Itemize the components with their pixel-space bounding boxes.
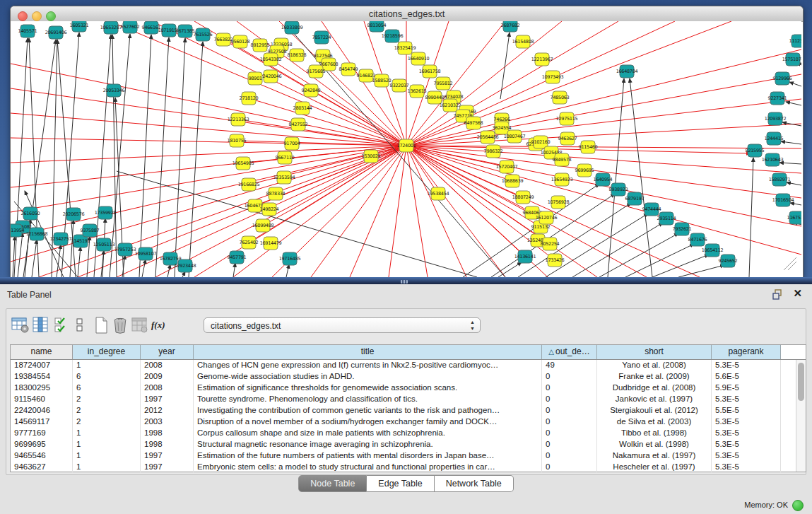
graph-node[interactable]: 1588520 xyxy=(372,74,392,87)
graph-node[interactable]: 8454749 xyxy=(339,63,358,76)
table-row[interactable]: 1938455462009Genome-wide association stu… xyxy=(11,371,806,382)
column-header-pagerank[interactable]: pagerank xyxy=(712,345,781,359)
graph-node[interactable]: 16210643 xyxy=(762,153,784,166)
graph-node[interactable]: 17016504 xyxy=(772,194,794,206)
graph-node[interactable]: 9474444 xyxy=(642,203,661,216)
graph-node[interactable]: 7932621 xyxy=(673,223,692,235)
table-row[interactable]: 2242004622012Investigating the contribut… xyxy=(11,405,806,416)
table-row[interactable]: 977716911998Corpus callosum shape and si… xyxy=(11,428,806,439)
table-row[interactable]: 911546021997Tourette syndrome. Phenomeno… xyxy=(11,394,806,405)
graph-node[interactable]: 1167533 xyxy=(787,211,801,224)
graph-node[interactable]: 12093872 xyxy=(765,112,787,125)
float-panel-icon[interactable] xyxy=(772,289,784,300)
graph-node[interactable]: 1530025 xyxy=(362,150,381,163)
close-panel-icon[interactable]: ✕ xyxy=(793,287,802,300)
graph-node[interactable]: 7663822 xyxy=(214,33,233,46)
new-document-icon[interactable] xyxy=(93,317,109,334)
graph-node[interactable]: 10958107 xyxy=(135,247,157,260)
graph-node[interactable]: 2616050 xyxy=(21,207,40,220)
column-header-in_degree[interactable]: in_degree xyxy=(73,345,141,359)
graph-node[interactable]: 8938923 xyxy=(609,183,628,196)
table-source-combobox[interactable]: citations_edges.txt ▲▼ xyxy=(204,317,481,333)
graph-node[interactable]: 8186328 xyxy=(288,49,307,62)
column-header-title[interactable]: title xyxy=(194,345,542,359)
graph-node[interactable]: 1527602 xyxy=(121,21,140,33)
column-header-year[interactable]: year xyxy=(141,345,194,359)
vertical-scrollbar[interactable] xyxy=(796,360,806,472)
graph-node[interactable]: 8813054 xyxy=(367,21,387,32)
function-icon[interactable]: f(x) xyxy=(151,317,172,337)
tab-node-table[interactable]: Node Table xyxy=(298,475,367,492)
graph-node[interactable]: 2935114 xyxy=(657,212,676,225)
graph-node[interactable]: 10688639 xyxy=(502,175,524,187)
table-row[interactable]: 946554611997Estimation of the future num… xyxy=(11,450,806,462)
graph-node[interactable]: 6879197 xyxy=(625,192,645,205)
graph-node[interactable]: 8878334 xyxy=(266,187,286,200)
graph-node[interactable]: 917004 xyxy=(283,137,300,150)
graph-node[interactable]: 10653287 xyxy=(100,21,122,34)
table-row[interactable]: 1830029562008Estimation of significance … xyxy=(11,382,806,394)
table-row[interactable]: 946362711997Embryonic stem cells: a mode… xyxy=(11,462,806,473)
graph-node[interactable]: 16961758 xyxy=(419,65,441,78)
graph-node[interactable]: 7485063 xyxy=(551,91,570,104)
graph-node[interactable]: 98901 xyxy=(248,72,262,85)
graph-node[interactable]: 8471676 xyxy=(688,233,707,246)
graph-node[interactable]: 1498224 xyxy=(260,203,279,216)
graph-node[interactable]: 9227341 xyxy=(768,92,787,105)
graph-node[interactable]: 9129966 xyxy=(773,72,792,85)
graph-node[interactable]: 1362615 xyxy=(408,85,427,98)
divider-grip-icon[interactable] xyxy=(401,280,408,284)
graph-node[interactable]: 9375887 xyxy=(81,224,100,237)
graph-node[interactable]: 12353594 xyxy=(273,171,295,184)
graph-node[interactable]: 22420046 xyxy=(260,70,282,83)
graph-node[interactable]: 16648784 xyxy=(616,65,638,78)
graph-node[interactable]: 1640954 xyxy=(594,173,613,186)
graph-node[interactable]: 8052254 xyxy=(541,238,560,250)
graph-node[interactable]: 1244415 xyxy=(765,132,784,145)
graph-node[interactable]: 12975115 xyxy=(556,112,578,125)
graph-node[interactable]: 13654923 xyxy=(551,173,573,186)
memory-status-icon[interactable] xyxy=(792,500,804,511)
list-icon[interactable] xyxy=(75,317,85,334)
table-row[interactable]: 1456911722003Disruption of a novel membe… xyxy=(11,416,806,428)
tab-edge-table[interactable]: Edge Table xyxy=(367,475,434,492)
graph-node[interactable]: 6497568 xyxy=(464,117,483,129)
graph-node[interactable]: 9671385 xyxy=(176,25,195,37)
graph-node[interactable]: 1810755 xyxy=(228,134,247,147)
graph-node[interactable]: 8667110 xyxy=(276,151,295,164)
window-titlebar[interactable]: citations_edges.txt xyxy=(11,6,803,22)
column-select-icon[interactable] xyxy=(32,317,50,334)
graph-node[interactable]: 1605321 xyxy=(70,21,89,32)
column-header-short[interactable]: short xyxy=(597,345,712,359)
graph-node[interactable]: 9245652 xyxy=(719,255,738,267)
graph-node[interactable]: 1733426 xyxy=(546,254,565,267)
graph-node[interactable]: 9699695 xyxy=(575,164,594,177)
table-settings-icon[interactable] xyxy=(11,317,30,334)
graph-node[interactable]: 7955812 xyxy=(434,77,453,90)
graph-node[interactable]: 12342757 xyxy=(50,233,72,245)
graph-node[interactable]: 19716485 xyxy=(279,252,301,265)
graph-node[interactable]: 10654112 xyxy=(702,244,724,257)
trash-icon[interactable] xyxy=(112,317,128,334)
graph-node[interactable]: 9175685 xyxy=(307,65,326,78)
combo-stepper-icon[interactable]: ▲▼ xyxy=(470,319,475,332)
table-row[interactable]: 1872400712008Changes of HCN gene express… xyxy=(11,360,806,371)
network-view[interactable]: 1405571206914061605321106532871527602946… xyxy=(11,21,801,277)
graph-node[interactable]: 12213363 xyxy=(228,113,249,126)
graph-node[interactable]: 1405571 xyxy=(18,25,37,37)
graph-node[interactable]: 9849578 xyxy=(553,153,572,166)
graph-node[interactable]: 1112304 xyxy=(789,35,801,47)
graph-node[interactable]: 15892971 xyxy=(769,173,791,186)
graph-node[interactable]: 9115460 xyxy=(579,141,598,153)
graph-node[interactable]: 8427552 xyxy=(289,118,308,131)
graph-node[interactable]: 7625402 xyxy=(240,236,259,249)
table-row[interactable]: 969969511998Structural magnetic resonanc… xyxy=(11,439,806,450)
citation-network-graph[interactable]: 1405571206914061605321106532871527602946… xyxy=(11,21,801,277)
graph-node[interactable]: 2687682 xyxy=(501,21,520,32)
graph-node[interactable]: 1724001 xyxy=(397,139,416,152)
graph-node[interactable]: 20691406 xyxy=(45,26,67,39)
graph-node[interactable]: 9242848 xyxy=(302,84,321,97)
scrollbar-thumb[interactable] xyxy=(798,363,804,401)
graph-node[interactable]: 7615526 xyxy=(194,28,213,41)
graph-node[interactable]: 7857224 xyxy=(312,31,331,44)
